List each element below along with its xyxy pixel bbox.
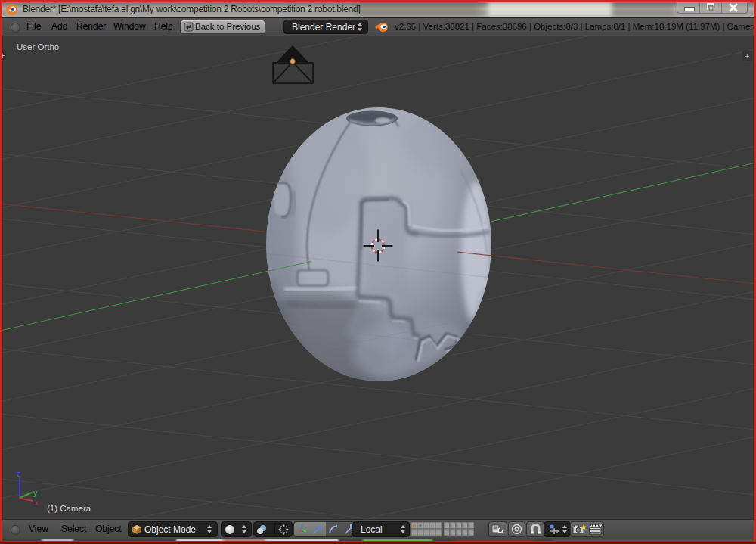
svg-text:z: z — [17, 470, 20, 478]
svg-text:User Ortho: User Ortho — [17, 42, 59, 51]
svg-text:x: x — [35, 499, 39, 507]
svg-text:y: y — [33, 488, 38, 497]
svg-text:+: + — [745, 51, 749, 61]
svg-text:(1) Camera: (1) Camera — [47, 504, 91, 513]
